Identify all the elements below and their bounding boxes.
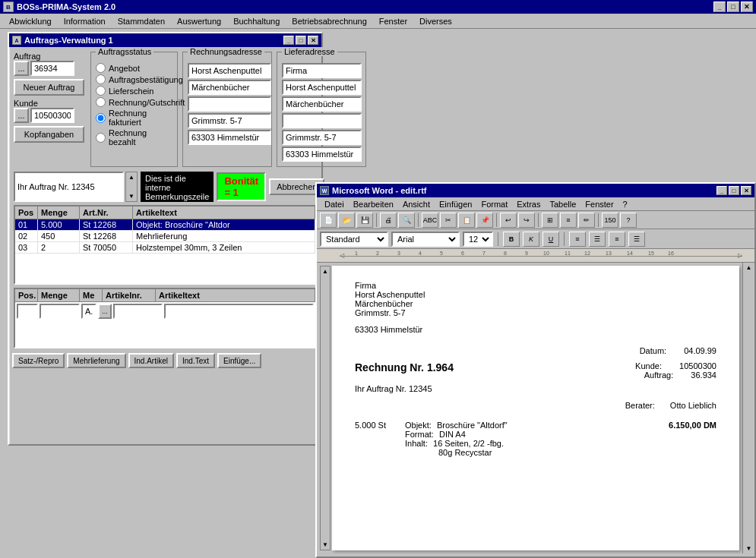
input-text[interactable] [164, 304, 314, 319]
word-menu-fenster[interactable]: Fenster [580, 199, 618, 210]
auftrag-meta-value: 36.934 [691, 370, 716, 380]
lieferadresse-line6[interactable] [282, 147, 362, 162]
table-row[interactable]: 03 2 St 70050 Holzstempel 30mm, 3 Zeilen [15, 242, 315, 254]
rechnungsadresse-line3[interactable] [188, 96, 271, 112]
new-doc-btn[interactable]: 📄 [320, 213, 337, 228]
auftrags-close[interactable]: ✕ [308, 36, 318, 45]
lieferadresse-line1[interactable] [282, 63, 362, 78]
lieferadresse-line4[interactable] [282, 113, 362, 128]
menu-stammdaten[interactable]: Stammdaten [112, 15, 171, 27]
ihr-auftrag-input[interactable] [14, 172, 124, 202]
word-menu-einfuegen[interactable]: Einfügen [435, 199, 476, 210]
font-dropdown[interactable]: Arial [391, 232, 460, 247]
kopfangaben-btn[interactable]: Kopfangaben [14, 126, 84, 143]
status-lieferschein[interactable]: Lieferschein [96, 86, 172, 96]
justify-btn[interactable]: ☰ [628, 232, 645, 247]
menu-auswertung[interactable]: Auswertung [171, 15, 227, 27]
menu-fenster[interactable]: Fenster [373, 15, 413, 27]
word-menu-extras[interactable]: Extras [512, 199, 545, 210]
paste-btn[interactable]: 📌 [476, 213, 493, 228]
word-close[interactable]: ✕ [741, 186, 751, 195]
word-minimize[interactable]: _ [716, 186, 727, 195]
word-title: Microsoft Word - edit.rtf [332, 186, 426, 195]
menu-betriebsabrechnung[interactable]: Betriebsabrechnung [286, 15, 372, 27]
preview-btn[interactable]: 🔍 [398, 213, 415, 228]
ind-artikel-btn[interactable]: Ind.Artikel [128, 353, 174, 368]
status-rechnung-fakturiert[interactable]: Rechnung fakturiert [96, 109, 172, 127]
open-btn[interactable]: 📂 [338, 213, 355, 228]
lieferadresse-line5[interactable] [282, 130, 362, 145]
zoom-btn[interactable]: 150 [602, 213, 618, 228]
minimize-btn[interactable]: _ [713, 2, 726, 12]
align-right-btn[interactable]: ≡ [609, 232, 625, 247]
menu-buchhaltung[interactable]: Buchhaltung [227, 15, 286, 27]
size-dropdown[interactable]: 12 [463, 232, 493, 247]
maximize-btn[interactable]: □ [727, 2, 739, 12]
cut-btn[interactable]: ✂ [440, 213, 457, 228]
rechnungsadresse-line1[interactable] [188, 63, 271, 78]
auftrag-number-input[interactable] [30, 61, 74, 76]
align-left-btn[interactable]: ≡ [569, 232, 586, 247]
app-title: BOSs-PRIMA-System 2.0 [17, 2, 115, 11]
vertical-scrollbar-left[interactable]: ▲ ▼ [320, 266, 331, 550]
word-menu-ansicht[interactable]: Ansicht [398, 199, 435, 210]
lieferadresse-line3[interactable] [282, 96, 362, 112]
table-btn[interactable]: ⊞ [542, 213, 558, 228]
menu-abwicklung[interactable]: Abwicklung [3, 15, 58, 27]
col-btn[interactable]: ≡ [560, 213, 577, 228]
undo-btn[interactable]: ↩ [500, 213, 517, 228]
input-pos[interactable] [17, 304, 38, 319]
auftrags-maximize[interactable]: □ [296, 36, 306, 45]
auftrag-browse-btn[interactable]: ... [14, 61, 29, 76]
redo-btn[interactable]: ↪ [518, 213, 535, 228]
rechnungsadresse-line4[interactable] [188, 113, 271, 128]
align-center-btn[interactable]: ☰ [589, 232, 606, 247]
status-angebot[interactable]: Angebot [96, 63, 172, 73]
table-row[interactable]: 02 450 St 12268 Mehrlieferung [15, 231, 315, 242]
menu-information[interactable]: Information [58, 15, 112, 27]
style-dropdown[interactable]: Standard [320, 232, 388, 247]
word-menu-format[interactable]: Format [476, 199, 512, 210]
status-auftragsbestaetigung[interactable]: Auftragsbestätigung [96, 74, 172, 84]
input-artnr[interactable] [113, 304, 163, 319]
einfuege-btn[interactable]: Einfüge... [217, 353, 261, 368]
kunde-number-input[interactable] [30, 108, 74, 123]
rechnungsadresse-group: Rechnungsadresse [182, 52, 272, 167]
word-format-bar: Standard Arial 12 B K U ≡ ☰ ≡ ☰ [317, 229, 754, 249]
word-menu-tabelle[interactable]: Tabelle [545, 199, 580, 210]
auftrag-meta-row: Auftrag: 36.934 [635, 370, 716, 380]
item-inhalt-row: Inhalt: 16 Seiten, 2/2 -fbg. [405, 439, 644, 448]
underline-btn[interactable]: U [542, 232, 559, 247]
word-menu-bearbeiten[interactable]: Bearbeiten [349, 199, 398, 210]
word-maximize[interactable]: □ [729, 186, 739, 195]
rechnungsadresse-line5[interactable] [188, 130, 271, 145]
input-menge[interactable] [40, 304, 80, 319]
spell-btn[interactable]: ABC [422, 213, 438, 228]
help2-btn[interactable]: ? [620, 213, 637, 228]
draw-btn[interactable]: ✏ [578, 213, 595, 228]
status-rechnung-bezahlt[interactable]: Rechnung bezahlt [96, 128, 172, 147]
word-menu-help[interactable]: ? [618, 199, 632, 210]
satz-repro-btn[interactable]: Satz-/Repro [12, 353, 65, 368]
lieferadresse-line2[interactable] [282, 80, 362, 95]
bold-btn[interactable]: B [503, 232, 520, 247]
save-btn[interactable]: 💾 [356, 213, 373, 228]
auftrags-minimize[interactable]: _ [283, 36, 294, 45]
neuer-auftrag-btn[interactable]: Neuer Auftrag [14, 79, 84, 96]
mehrlieferung-btn[interactable]: Mehrlieferung [67, 353, 125, 368]
menu-diverses[interactable]: Diverses [413, 15, 458, 27]
close-btn[interactable]: ✕ [741, 2, 753, 12]
table-row[interactable]: 01 5.000 St 12268 Objekt: Broschüre "Alt… [15, 219, 315, 231]
input-me-browse[interactable]: ... [98, 304, 112, 319]
copy-btn[interactable]: 📋 [458, 213, 475, 228]
kunde-browse-btn[interactable]: ... [14, 108, 29, 123]
word-menu-datei[interactable]: Datei [320, 199, 349, 210]
status-rechnung-gutschrift[interactable]: Rechnung/Gutschrift [96, 97, 172, 107]
italic-btn[interactable]: K [523, 232, 539, 247]
rechnungsadresse-line2[interactable] [188, 80, 271, 95]
word-scrollbar-v[interactable]: ▲ ▼ [742, 263, 754, 553]
print-btn[interactable]: 🖨 [380, 213, 397, 228]
ind-text-btn[interactable]: Ind.Text [176, 353, 215, 368]
input-me[interactable] [81, 304, 96, 319]
t2-col-me: Me [80, 289, 103, 301]
